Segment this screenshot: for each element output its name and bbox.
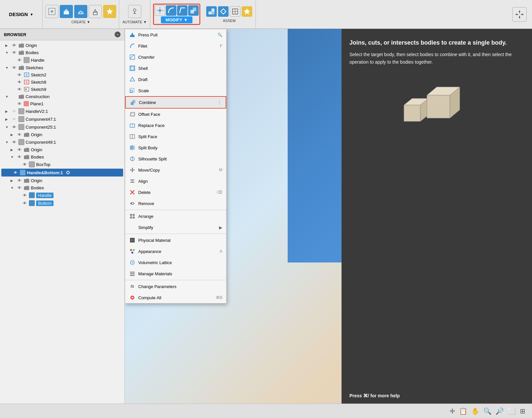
tree-item-sketch8[interactable]: 👁 Sketch8 — [0, 78, 124, 86]
tree-item-sketch2[interactable]: 👁 Sketch2 — [0, 71, 124, 78]
eye-handle2[interactable]: 👁 — [22, 193, 28, 198]
menu-item-silhouette-split[interactable]: Silhouette Split — [125, 153, 226, 164]
move-icon[interactable] — [155, 5, 165, 16]
chevron-origin49: ▶ — [11, 148, 15, 152]
loft-btn[interactable] — [89, 5, 102, 18]
tree-item-sketches[interactable]: ▼ 👁 Sketches — [0, 64, 124, 71]
assemble-icon2[interactable] — [218, 6, 229, 17]
status-zoom-out-icon[interactable]: 🔎 — [496, 407, 504, 415]
eye-bottom[interactable]: 👁 — [22, 201, 28, 206]
menu-item-simplify[interactable]: Simplify ▶ — [125, 222, 226, 233]
svg-rect-93 — [130, 273, 135, 274]
menu-item-physical-material[interactable]: Physical Material — [125, 235, 226, 246]
menu-item-scale[interactable]: Scale — [125, 85, 226, 96]
modify-dropdown-btn[interactable]: MODIFY ▼ — [161, 16, 192, 23]
status-hand-icon[interactable]: ✋ — [471, 407, 479, 415]
status-move-icon[interactable]: ✛ — [450, 407, 455, 415]
tree-item-bottom[interactable]: 👁 Bottom — [0, 199, 124, 207]
menu-item-draft[interactable]: Draft — [125, 74, 226, 85]
crosshair-move-btn[interactable] — [512, 7, 527, 22]
status-copy-icon[interactable]: 📋 — [459, 407, 467, 415]
menu-item-arrange[interactable]: Arrange — [125, 211, 226, 222]
select-box-btn[interactable] — [45, 5, 58, 18]
automate-label[interactable]: AUTOMATE ▼ — [122, 20, 147, 24]
chamfer-icon[interactable] — [177, 5, 188, 16]
design-dropdown-arrow[interactable]: ▼ — [30, 12, 33, 16]
extrude-btn[interactable] — [60, 5, 73, 18]
tree-item-origin25[interactable]: ▶ 👁 Origin — [0, 131, 124, 138]
eye-origin1[interactable]: 👁 — [11, 43, 17, 48]
star-btn[interactable] — [103, 5, 116, 18]
menu-item-move-copy[interactable]: Move/Copy M — [125, 164, 226, 176]
tree-item-bodies49[interactable]: ▼ 👁 Bodies — [0, 153, 124, 160]
menu-item-fillet[interactable]: Fillet F — [125, 40, 226, 52]
eye-sketch2[interactable]: 👁 — [16, 73, 22, 77]
tree-item-construction[interactable]: ▼ 👁 Construction — [0, 93, 124, 100]
menu-item-offset-face[interactable]: Offset Face — [125, 109, 226, 120]
eye-bodies49[interactable]: 👁 — [16, 155, 22, 159]
eye-construction[interactable]: 👁 — [11, 94, 17, 99]
combine-toolbar-icon[interactable] — [188, 5, 199, 16]
tree-item-component25[interactable]: ▼ 👁 Component25:1 — [0, 123, 124, 131]
menu-item-split-body[interactable]: Split Body — [125, 142, 226, 153]
eye-plane1[interactable]: 👁 — [16, 101, 22, 106]
menu-item-split-face[interactable]: Split Face — [125, 131, 226, 142]
menu-item-align[interactable]: Align — [125, 176, 226, 187]
menu-item-shell[interactable]: Shell — [125, 63, 226, 74]
eye-origin25[interactable]: 👁 — [16, 132, 22, 137]
menu-item-compute-all[interactable]: Compute All ⌘B — [125, 292, 226, 303]
folder-icon-origin1 — [18, 43, 24, 48]
fillet-icon[interactable] — [166, 5, 176, 16]
browser-collapse-btn[interactable]: − — [115, 31, 121, 37]
eye-component25[interactable]: 👁 — [11, 125, 17, 130]
tree-item-origin49[interactable]: ▶ 👁 Origin — [0, 146, 124, 153]
menu-item-appearance[interactable]: Appearance A — [125, 246, 226, 257]
menu-item-volumetric-lattice[interactable]: Volumetric Lattice — [125, 257, 226, 268]
eye-sketch8[interactable]: 👁 — [16, 80, 22, 85]
tree-item-handle2[interactable]: 👁 Handle — [0, 191, 124, 199]
tree-item-handlebottom[interactable]: 👁 Handle&Bottom:1 — [1, 169, 123, 177]
menu-item-remove[interactable]: Remove — [125, 198, 226, 209]
design-section[interactable]: DESIGN ▼ — [0, 0, 43, 29]
eye-boxtop[interactable]: 👁 — [22, 162, 28, 167]
eye-handlebottom[interactable]: 👁 — [12, 170, 18, 175]
tree-item-bodies[interactable]: ▼ 👁 Bodies — [0, 49, 124, 56]
eye-originhb[interactable]: 👁 — [16, 178, 22, 183]
status-display-icon2[interactable]: ⊞ — [520, 407, 525, 415]
menu-item-replace-face[interactable]: Replace Face — [125, 120, 226, 131]
eye-sketches[interactable]: 👁 — [11, 65, 17, 70]
eye-origin49[interactable]: 👁 — [16, 147, 22, 152]
assemble-icon3[interactable] — [230, 6, 240, 17]
tree-item-bodieshb[interactable]: ▼ 👁 Bodies — [0, 184, 124, 191]
eye-bodieshb[interactable]: 👁 — [16, 185, 22, 190]
tree-item-originhb[interactable]: ▶ 👁 Origin — [0, 177, 124, 184]
automate-icon1[interactable] — [128, 5, 141, 18]
assemble-icon1[interactable] — [206, 6, 217, 17]
eye-component47[interactable]: 👁 — [11, 117, 17, 122]
tree-item-sketch9[interactable]: 👁 Sketch9 — [0, 86, 124, 93]
tree-item-component47[interactable]: ▶ 👁 Component47:1 — [0, 115, 124, 123]
menu-item-change-parameters[interactable]: fx Change Parameters — [125, 281, 226, 292]
eye-bodies[interactable]: 👁 — [11, 50, 17, 55]
assemble-label[interactable]: ASSEM — [223, 19, 236, 23]
tree-item-handlev2[interactable]: ▶ 👁 HandleV2:1 — [0, 107, 124, 115]
menu-item-press-pull[interactable]: Press Pull 🔍 — [125, 29, 226, 40]
eye-handle[interactable]: 👁 — [16, 58, 22, 63]
tree-item-component49[interactable]: ▼ 👁 Component49:1 — [0, 138, 124, 146]
tree-item-boxtop[interactable]: 👁 BoxTop — [0, 160, 124, 168]
status-zoom-in-icon[interactable]: 🔍 — [483, 407, 492, 415]
menu-item-chamfer[interactable]: Chamfer — [125, 52, 226, 63]
tree-item-origin1[interactable]: ▶ 👁 Origin — [0, 42, 124, 49]
menu-item-manage-materials[interactable]: Manage Materials — [125, 268, 226, 279]
menu-item-delete[interactable]: Delete ⌫ — [125, 187, 226, 198]
assemble-star-icon[interactable] — [242, 6, 252, 17]
eye-component49[interactable]: 👁 — [11, 140, 17, 145]
tree-item-handle[interactable]: 👁 Handle — [0, 56, 124, 64]
status-display-icon1[interactable]: ⬜ — [508, 407, 516, 415]
eye-sketch9[interactable]: 👁 — [16, 87, 22, 92]
menu-item-combine[interactable]: Combine ⋮ — [125, 96, 226, 109]
create-label[interactable]: CREATE ▼ — [71, 20, 90, 24]
eye-handlev2[interactable]: 👁 — [11, 109, 17, 114]
tree-item-plane1[interactable]: 👁 Plane1 — [0, 100, 124, 107]
revolve-btn[interactable] — [74, 5, 87, 18]
